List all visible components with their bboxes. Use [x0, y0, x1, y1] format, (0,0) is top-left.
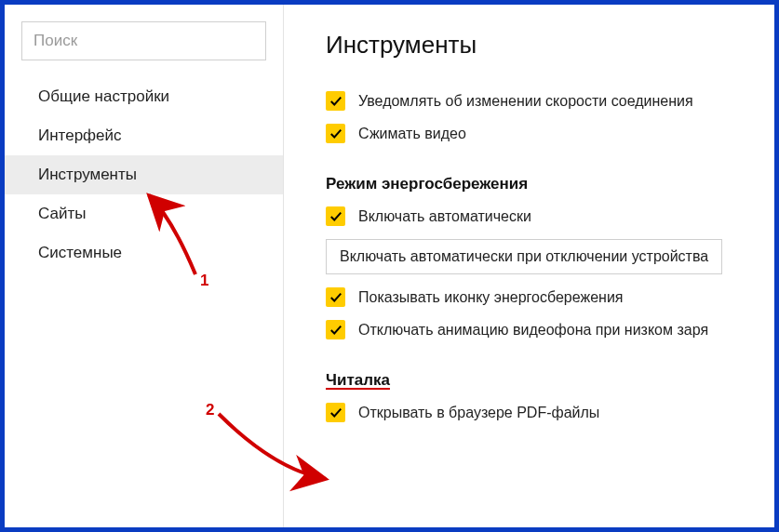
settings-content: Инструменты Уведомлять об изменении скор… — [285, 5, 774, 527]
option-label: Уведомлять об изменении скорости соедине… — [358, 93, 693, 110]
option-row-compress-video: Сжимать видео — [326, 124, 774, 143]
option-label: Отключать анимацию видеофона при низком … — [358, 322, 708, 339]
option-row-notify-speed: Уведомлять об изменении скорости соедине… — [326, 91, 774, 111]
sidebar-item-sites[interactable]: Сайты — [5, 194, 283, 233]
check-icon — [329, 95, 342, 108]
sidebar-item-label: Инструменты — [38, 166, 137, 184]
check-icon — [329, 291, 342, 304]
checkbox-open-pdf[interactable] — [326, 403, 345, 422]
option-label: Открывать в браузере PDF-файлы — [358, 405, 599, 421]
option-label: Включать автоматически — [358, 208, 531, 225]
section-heading-power: Режим энергосбережения — [326, 175, 774, 193]
checkbox-notify-speed[interactable] — [326, 91, 345, 111]
option-row-auto-enable: Включать автоматически — [326, 206, 774, 226]
page-title: Инструменты — [326, 31, 774, 60]
check-icon — [329, 127, 342, 140]
power-mode-select-row: Включать автоматически при отключении ус… — [326, 239, 774, 274]
checkbox-compress-video[interactable] — [326, 124, 345, 143]
option-label: Показывать иконку энергосбережения — [358, 289, 623, 306]
search-container — [5, 21, 283, 77]
check-icon — [329, 406, 342, 419]
sidebar-item-tools[interactable]: Инструменты — [5, 155, 283, 194]
sidebar-item-interface[interactable]: Интерфейс — [5, 116, 283, 155]
section-heading-reader: Читалка — [326, 371, 774, 390]
search-input[interactable] — [21, 21, 266, 60]
dropdown-value: Включать автоматически при отключении ус… — [340, 248, 708, 265]
checkbox-auto-enable[interactable] — [326, 206, 345, 226]
sidebar-item-label: Общие настройки — [38, 87, 169, 106]
option-label: Сжимать видео — [358, 126, 466, 142]
sidebar-item-label: Системные — [38, 244, 122, 262]
settings-sidebar: Общие настройки Интерфейс Инструменты Са… — [5, 5, 284, 527]
checkbox-show-icon[interactable] — [326, 287, 345, 307]
check-icon — [329, 324, 342, 337]
sidebar-item-general[interactable]: Общие настройки — [5, 77, 283, 116]
option-row-show-icon: Показывать иконку энергосбережения — [326, 287, 774, 307]
option-row-open-pdf: Открывать в браузере PDF-файлы — [326, 403, 774, 422]
checkbox-disable-anim[interactable] — [326, 320, 345, 339]
sidebar-item-label: Интерфейс — [38, 126, 122, 145]
check-icon — [329, 210, 342, 223]
sidebar-item-system[interactable]: Системные — [5, 233, 283, 273]
power-mode-dropdown[interactable]: Включать автоматически при отключении ус… — [326, 239, 722, 274]
sidebar-item-label: Сайты — [38, 205, 86, 223]
option-row-disable-anim: Отключать анимацию видеофона при низком … — [326, 320, 774, 339]
